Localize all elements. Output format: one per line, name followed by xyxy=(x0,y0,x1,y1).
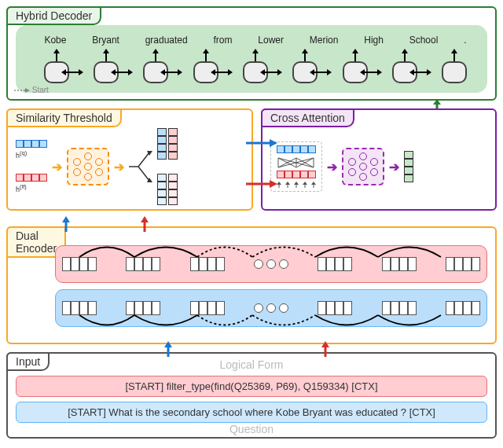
decoder-token: School xyxy=(409,35,439,46)
split-icon xyxy=(129,143,152,190)
svg-line-48 xyxy=(138,167,149,181)
hybrid-decoder-block: Hybrid Decoder Kobe Bryant graduated fro… xyxy=(6,6,497,101)
svg-marker-43 xyxy=(25,88,30,93)
decoder-token: Kobe xyxy=(44,35,66,46)
arrow-dual-to-sim-red-icon xyxy=(140,216,149,232)
decoder-cell xyxy=(44,61,69,83)
cross-output-vec xyxy=(404,151,413,182)
bidirectional-arrow-icon xyxy=(211,68,233,76)
svg-marker-67 xyxy=(303,182,307,185)
attention-links-icon xyxy=(274,156,318,167)
decoder-token: High xyxy=(364,35,384,46)
decoder-cell xyxy=(94,61,119,83)
svg-marker-6 xyxy=(103,49,109,53)
arrow-input-to-dual-blue-icon xyxy=(163,341,173,357)
bidirectional-arrow-icon xyxy=(160,68,182,76)
decoder-inner: Kobe Bryant graduated from Lower Merion … xyxy=(16,25,487,93)
cross-attention-title: Cross Attention xyxy=(261,108,354,127)
decoder-cell xyxy=(143,61,168,83)
svg-marker-1 xyxy=(53,49,60,53)
start-arrow-icon xyxy=(14,87,30,94)
bidirectional-arrow-icon xyxy=(310,68,332,76)
arrow-dual-to-sim-blue-icon xyxy=(61,216,71,232)
svg-marker-23 xyxy=(260,69,265,75)
h-lf-vector xyxy=(16,174,47,182)
svg-marker-11 xyxy=(152,49,159,53)
svg-marker-26 xyxy=(302,49,308,53)
svg-marker-19 xyxy=(228,69,233,75)
svg-marker-28 xyxy=(310,69,314,75)
similarity-nn xyxy=(67,148,109,185)
logical-form-text: [START] filter_type(find(Q25369, P69), Q… xyxy=(16,376,487,397)
bidirectional-arrow-icon xyxy=(409,68,431,76)
svg-marker-33 xyxy=(360,69,365,75)
decoder-cell xyxy=(392,61,417,83)
decoder-token: . xyxy=(464,35,466,46)
svg-marker-34 xyxy=(377,69,382,75)
decoder-token: Bryant xyxy=(92,35,119,46)
bidirectional-arrow-icon xyxy=(260,68,282,76)
svg-marker-75 xyxy=(62,216,70,222)
svg-marker-41 xyxy=(451,49,457,53)
arrow-right-icon: ➔ xyxy=(327,160,337,174)
decoder-token: graduated xyxy=(145,35,188,46)
up-arrow-icon xyxy=(202,49,210,61)
decoder-token: from xyxy=(214,35,233,46)
decoder-cell xyxy=(442,61,467,83)
arrow-input-to-dual-red-icon xyxy=(321,341,330,357)
svg-marker-8 xyxy=(111,69,116,75)
svg-marker-29 xyxy=(327,69,332,75)
similarity-threshold-title: Similarity Threshold xyxy=(6,108,122,127)
up-arrow-icon xyxy=(152,49,160,61)
decoder-cell xyxy=(343,61,368,83)
svg-marker-13 xyxy=(160,69,165,75)
svg-marker-79 xyxy=(164,341,172,347)
decoder-cells-row xyxy=(24,61,479,83)
decoder-cell xyxy=(243,61,268,83)
svg-marker-38 xyxy=(409,69,414,75)
svg-marker-24 xyxy=(277,69,282,75)
up-arrow-icon xyxy=(450,49,458,61)
h-q-label: h(q) xyxy=(16,149,47,160)
cross-attention-nn xyxy=(342,148,384,185)
arrow-sim-to-cross-blue-icon xyxy=(246,138,277,148)
up-arrow-icon xyxy=(252,49,259,61)
svg-marker-4 xyxy=(79,69,83,75)
encoder-band-q xyxy=(55,289,487,327)
arrow-sim-to-cross-red-icon xyxy=(246,179,277,189)
svg-marker-69 xyxy=(311,182,316,185)
bidirectional-arrow-icon xyxy=(111,68,133,76)
svg-marker-81 xyxy=(321,341,329,347)
attention-matrix xyxy=(270,141,322,192)
decoder-token-row: Kobe Bryant graduated from Lower Merion … xyxy=(24,30,479,46)
svg-marker-16 xyxy=(203,49,209,53)
out-blue-faded-vec xyxy=(157,174,167,205)
up-arrows-icon xyxy=(274,182,318,188)
arrow-right-icon: ➔ xyxy=(52,160,62,174)
svg-marker-14 xyxy=(178,69,182,75)
svg-marker-63 xyxy=(285,182,290,185)
decoder-token: Merion xyxy=(310,35,339,46)
svg-marker-9 xyxy=(128,69,133,75)
bidirectional-arrow-icon xyxy=(61,68,83,76)
up-arrow-icon xyxy=(301,49,309,61)
input-vectors: h(q) h(lf) xyxy=(16,140,47,193)
encoder-arcs-icon xyxy=(56,241,486,257)
similarity-threshold-block: Similarity Threshold h(q) h(lf) ➔ xyxy=(6,108,253,211)
out-red-vec xyxy=(168,128,178,160)
question-text: [START] What is the secondary school whe… xyxy=(16,402,487,423)
bidirectional-arrow-icon xyxy=(360,68,382,76)
decoder-token: Lower xyxy=(258,35,284,46)
logical-form-label: Logical Form xyxy=(220,358,284,371)
input-title: Input xyxy=(6,352,50,371)
svg-marker-65 xyxy=(294,182,299,185)
svg-marker-71 xyxy=(270,139,277,147)
encoder-arcs-icon xyxy=(56,315,486,331)
arrow-right-icon: ➔ xyxy=(389,160,399,174)
svg-marker-45 xyxy=(433,99,441,105)
out-blue-vec xyxy=(157,128,167,160)
question-label: Question xyxy=(229,423,274,435)
up-arrow-icon xyxy=(102,49,110,61)
decoder-cell xyxy=(292,61,318,83)
svg-marker-21 xyxy=(252,49,259,53)
